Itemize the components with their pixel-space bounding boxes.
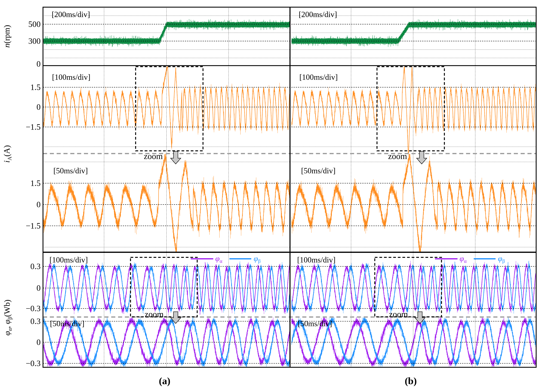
- flux-axis-unit: (Wb): [3, 300, 12, 317]
- flux-axis-symbol-alpha: φ: [3, 331, 12, 336]
- legend-symbol-beta-b: φ: [498, 254, 502, 263]
- flux-tick-neg: −0.3: [15, 303, 41, 314]
- zoom-annotation-flux-b: zoom: [389, 309, 408, 319]
- zoom-annotation-flux-a: zoom: [145, 309, 164, 319]
- zoom-annotation-current-a: zoom: [144, 151, 163, 161]
- timebase-label-flux-zoom-a: [50ms/div]: [50, 318, 84, 329]
- timebase-label-current-a: [100ms/div]: [52, 72, 90, 82]
- legend-subscript-alpha-b: α: [464, 258, 467, 264]
- speed-axis-symbol: n: [2, 44, 11, 48]
- flux-zoom-tick-pos: 0.3: [15, 316, 41, 326]
- legend-symbol-beta-a: φ: [254, 254, 258, 263]
- legend-line-flux-alpha-a: [191, 258, 213, 259]
- flux-zoom-tick-neg: −0.3: [15, 358, 41, 369]
- legend-subscript-alpha-a: α: [219, 258, 222, 264]
- speed-tick-300: 300: [15, 36, 41, 46]
- legend-subscript-beta-b: β: [502, 258, 505, 264]
- flux-zoom-tick-zero: 0: [15, 337, 41, 347]
- timebase-label-speed-b: [200ms/div]: [299, 9, 337, 20]
- legend-symbol-alpha-b: φ: [460, 254, 464, 263]
- caption-a: (a): [146, 376, 183, 386]
- flux-axis-comma: ,: [3, 324, 12, 328]
- speed-tick-0: 0: [15, 59, 41, 69]
- timebase-label-flux-b: [100ms/div]: [297, 255, 336, 265]
- current-axis-label: iA(A): [2, 120, 15, 188]
- timebase-label-current-zoom-a: [50ms/div]: [53, 166, 88, 176]
- timebase-label-speed-a: [200ms/div]: [52, 9, 90, 20]
- timebase-label-flux-a: [100ms/div]: [49, 255, 88, 265]
- legend-label-flux-beta-b: φβ: [498, 254, 505, 266]
- oscilloscope-canvas: [0, 0, 544, 392]
- timebase-label-current-b: [100ms/div]: [299, 72, 338, 82]
- flux-axis-subscript-alpha: α: [7, 328, 13, 331]
- legend-symbol-alpha-a: φ: [215, 254, 219, 263]
- oscilloscope-figure: 500 300 0 1.5 0 −1.5 1.5 0 −1.5 0.3 0 −0…: [0, 0, 544, 392]
- current-tick-pos: 1.5: [15, 82, 41, 92]
- current-tick-zero: 0: [15, 102, 41, 112]
- speed-tick-500: 500: [15, 19, 41, 29]
- current-axis-unit: (A): [2, 145, 11, 157]
- timebase-label-current-zoom-b: [50ms/div]: [301, 166, 336, 176]
- zoom-annotation-current-b: zoom: [388, 151, 407, 161]
- current-zoom-tick-zero: 0: [15, 199, 41, 210]
- flux-axis-symbol-beta: φ: [3, 320, 12, 324]
- current-zoom-tick-pos: 1.5: [15, 178, 41, 188]
- legend-label-flux-alpha-a: φα: [215, 254, 222, 266]
- timebase-label-flux-zoom-b: [50ms/div]: [298, 318, 332, 329]
- speed-axis-unit: (rpm): [2, 25, 11, 43]
- legend-subscript-beta-a: β: [258, 258, 260, 264]
- caption-b: (b): [392, 376, 430, 386]
- flux-tick-pos: 0.3: [15, 261, 41, 271]
- legend-line-flux-alpha-b: [435, 258, 457, 259]
- legend-line-flux-beta-a: [230, 258, 251, 259]
- flux-tick-zero: 0: [15, 283, 41, 293]
- legend-label-flux-beta-a: φβ: [254, 254, 261, 266]
- speed-axis-label: n(rpm): [2, 2, 12, 70]
- current-axis-symbol: i: [2, 160, 11, 163]
- current-zoom-tick-neg: −1.5: [15, 221, 41, 231]
- current-axis-subscript: A: [6, 157, 12, 161]
- legend-line-flux-beta-b: [474, 258, 496, 259]
- legend-label-flux-alpha-b: φα: [460, 254, 467, 266]
- current-tick-neg: −1.5: [15, 122, 41, 132]
- flux-axis-label: φα, φβ(Wb): [2, 266, 15, 369]
- flux-axis-subscript-beta: β: [7, 317, 13, 320]
